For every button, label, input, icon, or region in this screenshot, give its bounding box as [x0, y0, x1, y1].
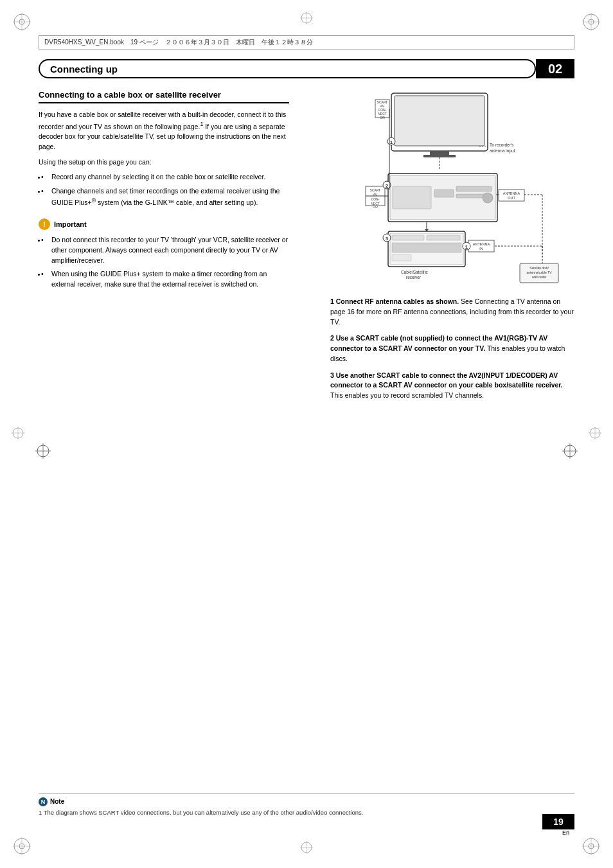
svg-text:OR: OR: [380, 116, 385, 120]
step-1-number: 1: [330, 297, 336, 305]
page-number-box: 19: [542, 814, 574, 829]
svg-text:OR: OR: [373, 205, 378, 209]
section-title: Connecting up: [50, 64, 118, 75]
corner-mark-tr: [581, 12, 601, 32]
important-icon: !: [39, 218, 50, 230]
subsection-title: Connecting to a cable box or satellite r…: [39, 90, 289, 103]
right-column: SCART AV CON- NECT OR 1 To recorder's an…: [330, 90, 574, 407]
svg-text:Cable/Satellite: Cable/Satellite: [401, 270, 428, 274]
svg-rect-74: [427, 235, 460, 240]
intro-paragraph-1: If you have a cable box or satellite rec…: [39, 110, 289, 152]
svg-rect-75: [392, 243, 461, 252]
step-2-number: 2: [330, 334, 336, 342]
capabilities-list: Record any channel by selecting it on th…: [46, 172, 289, 208]
note-text: 1 The diagram shows SCART video connecti…: [39, 808, 574, 817]
svg-text:Satellite dish/: Satellite dish/: [529, 266, 549, 270]
page-number: 19: [553, 817, 564, 827]
step-1: 1 Connect RF antenna cables as shown. Se…: [330, 297, 574, 327]
step-3-number: 3: [330, 371, 336, 379]
important-list: Do not connect this recorder to your TV …: [46, 235, 289, 290]
step-1-bold: Connect RF antenna cables as shown.: [336, 297, 459, 305]
connection-diagram: SCART AV CON- NECT OR 1 To recorder's an…: [330, 90, 568, 289]
page-lang: En: [562, 829, 569, 836]
diagram-container: SCART AV CON- NECT OR 1 To recorder's an…: [330, 90, 574, 292]
header-bar: DVR540HXS_WV_EN.book 19 ページ ２００６年３月３０日 木…: [39, 35, 574, 49]
svg-text:ANTENNA: ANTENNA: [473, 242, 490, 246]
step-2: 2 Use a SCART cable (not supplied) to co…: [330, 333, 574, 364]
important-item-2: When using the GUIDE Plus+ system to mak…: [46, 269, 289, 290]
svg-text:CON-: CON-: [371, 197, 380, 201]
svg-rect-54: [456, 186, 492, 191]
important-item-1: Do not connect this recorder to your TV …: [46, 235, 289, 265]
side-mark-bottom: [300, 841, 313, 856]
svg-rect-52: [393, 186, 431, 209]
svg-text:To recorder's: To recorder's: [490, 143, 514, 147]
bullet-item-1: Record any channel by selecting it on th…: [46, 172, 289, 182]
side-mark-right: [589, 427, 601, 442]
chapter-tab: 02: [536, 59, 574, 78]
svg-text:2: 2: [386, 183, 389, 189]
svg-rect-73: [392, 235, 424, 240]
step-3: 3 Use another SCART cable to connect the…: [330, 371, 574, 401]
content-area: Connecting to a cable box or satellite r…: [39, 90, 574, 804]
svg-text:1: 1: [390, 139, 393, 145]
svg-text:ANTENNA: ANTENNA: [503, 191, 520, 195]
svg-point-56: [483, 193, 493, 203]
corner-mark-br: [581, 836, 601, 856]
note-title: Note: [50, 798, 64, 805]
svg-rect-35: [395, 96, 484, 146]
section-title-bar: Connecting up: [39, 59, 536, 78]
svg-text:1: 1: [465, 244, 468, 250]
svg-rect-36: [430, 151, 449, 155]
side-mark-left: [12, 427, 24, 442]
note-footer: N Note 1 The diagram shows SCART video c…: [39, 793, 574, 817]
header-japanese-text: DVR540HXS_WV_EN.book 19 ページ ２００６年３月３０日 木…: [44, 38, 313, 47]
svg-text:3: 3: [386, 236, 389, 242]
svg-rect-53: [434, 190, 454, 197]
setup-intro: Using the setup on this page you can:: [39, 157, 289, 168]
step-3-bold: Use another SCART cable to connect the A…: [330, 371, 563, 389]
corner-mark-tl: [12, 12, 32, 32]
side-mark-top: [300, 12, 313, 27]
note-icon: N: [39, 797, 48, 806]
svg-text:IN: IN: [479, 247, 483, 251]
step-3-text: This enables you to record scrambled TV …: [330, 391, 484, 399]
important-title: Important: [54, 220, 87, 228]
svg-rect-37: [423, 155, 456, 157]
important-header: ! Important: [39, 218, 289, 230]
bullet-2-text: Change channels and set timer recordings…: [51, 187, 280, 206]
svg-text:antenna input: antenna input: [490, 148, 515, 154]
svg-text:wall outlet: wall outlet: [532, 275, 547, 279]
left-column: Connecting to a cable box or satellite r…: [39, 90, 289, 295]
chapter-number: 02: [548, 62, 562, 76]
corner-mark-bl: [12, 836, 32, 856]
important-box: ! Important Do not connect this recorder…: [39, 218, 289, 290]
bullet-item-2: Change channels and set timer recordings…: [46, 186, 289, 208]
step-instructions: 1 Connect RF antenna cables as shown. Se…: [330, 297, 574, 401]
svg-text:OUT: OUT: [508, 196, 515, 200]
note-header: N Note: [39, 797, 574, 806]
svg-text:SCART: SCART: [370, 188, 381, 192]
page-container: DVR540HXS_WV_EN.book 19 ページ ２００６年３月３０日 木…: [0, 0, 613, 868]
svg-text:antenna/cable TV: antenna/cable TV: [526, 270, 552, 274]
svg-rect-76: [392, 254, 411, 261]
svg-text:receiver: receiver: [406, 275, 422, 279]
